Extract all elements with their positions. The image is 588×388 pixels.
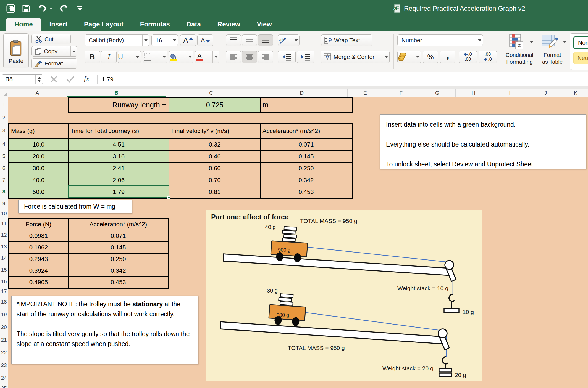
customize-toolbar-icon[interactable]	[74, 3, 86, 14]
cell-a4[interactable]: 10.0	[9, 139, 69, 151]
undo-icon[interactable]	[36, 3, 48, 14]
row-header-18[interactable]: 18	[0, 299, 8, 305]
accounting-format-button[interactable]	[397, 51, 421, 63]
tab-data[interactable]: Data	[178, 18, 209, 31]
accounting-caret[interactable]	[414, 51, 421, 63]
row-header-20[interactable]: 20	[0, 324, 8, 330]
underline-caret[interactable]	[134, 51, 141, 63]
main-header-mass[interactable]: Mass (g)	[9, 124, 69, 139]
row-header-3[interactable]: 3	[0, 127, 8, 134]
comma-style-button[interactable]: ,	[440, 51, 455, 63]
undo-dropdown-caret[interactable]	[48, 3, 54, 14]
cell-a14[interactable]: 0.2943	[9, 254, 69, 265]
name-box[interactable]: B8	[2, 74, 43, 84]
style-neutral[interactable]: Neutral	[573, 52, 588, 64]
align-left-button[interactable]	[226, 51, 241, 63]
percent-style-button[interactable]: %	[423, 51, 438, 63]
row-header-6[interactable]: 6	[0, 165, 8, 171]
shrink-font-button[interactable]: A	[197, 34, 213, 46]
experiment-diagram[interactable]: Part one: effect of force TOTAL MASS = 9…	[206, 210, 482, 381]
row-header-14[interactable]: 14	[0, 255, 8, 261]
cell-d7[interactable]: 0.342	[261, 174, 352, 186]
tab-review[interactable]: Review	[209, 18, 249, 31]
main-header-acceleration[interactable]: Acceleration* (m/s^2)	[261, 124, 352, 139]
row-header-8[interactable]: 8	[0, 189, 8, 195]
cell-c1-runway-value[interactable]: 0.725	[169, 98, 261, 113]
increase-indent-button[interactable]	[297, 51, 314, 63]
row-header-12[interactable]: 12	[0, 232, 8, 238]
orientation-caret[interactable]	[293, 35, 299, 46]
cell-c5[interactable]: 0.46	[169, 151, 261, 163]
conditional-formatting-button[interactable]: ≠ Conditional Formatting	[504, 33, 535, 70]
style-normal[interactable]: Normal	[573, 36, 588, 49]
cell-c8[interactable]: 0.81	[169, 186, 261, 198]
cell-a8[interactable]: 50.0	[9, 186, 69, 198]
column-header-f[interactable]: F	[383, 89, 419, 97]
row-header-4[interactable]: 4	[0, 141, 8, 147]
cell-c4[interactable]: 0.32	[169, 139, 261, 151]
row-header-24[interactable]: 24	[0, 375, 8, 381]
cell-b5[interactable]: 3.16	[69, 151, 169, 163]
cell-b14[interactable]: 0.250	[69, 254, 169, 265]
active-cell-selection[interactable]	[68, 185, 169, 198]
cell-d5[interactable]: 0.145	[261, 151, 352, 163]
copy-button[interactable]: Copy	[32, 46, 77, 57]
decrease-indent-button[interactable]	[278, 51, 296, 63]
decrease-decimal-button[interactable]: .0 .00	[459, 51, 477, 63]
row-header-25[interactable]: 25	[0, 385, 8, 388]
enter-icon[interactable]	[66, 76, 75, 83]
format-painter-button[interactable]: Format	[32, 58, 77, 69]
cut-button[interactable]: Cut	[32, 34, 71, 44]
align-middle-button[interactable]	[242, 34, 257, 46]
row-header-9[interactable]: 9	[0, 201, 8, 207]
font-name-select[interactable]: Calibri (Body)	[85, 34, 149, 46]
column-header-b[interactable]: B	[67, 89, 166, 97]
font-size-caret[interactable]	[171, 35, 178, 46]
cell-c7[interactable]: 0.70	[169, 174, 261, 186]
font-size-select[interactable]: 16	[151, 34, 178, 46]
number-format-select[interactable]: Number	[397, 34, 483, 46]
column-header-g[interactable]: G	[419, 89, 455, 97]
force-header-force[interactable]: Force (N)	[9, 219, 69, 230]
cell-b6[interactable]: 2.41	[69, 163, 169, 174]
tab-page-layout[interactable]: Page Layout	[76, 18, 132, 31]
cell-a5[interactable]: 20.0	[9, 151, 69, 163]
row-header-11[interactable]: 11	[0, 220, 8, 227]
insert-function-icon[interactable]: fx	[84, 75, 89, 83]
cell-d6[interactable]: 0.250	[261, 163, 352, 174]
cell-a6[interactable]: 30.0	[9, 163, 69, 174]
tab-view[interactable]: View	[249, 18, 280, 31]
ribbon-display-icon[interactable]	[5, 3, 17, 14]
cell-b16[interactable]: 0.453	[69, 277, 169, 288]
row-header-15[interactable]: 15	[0, 267, 8, 273]
cell-d4[interactable]: 0.071	[261, 139, 352, 151]
paste-button[interactable]: Paste	[3, 33, 29, 68]
cell-c6[interactable]: 0.60	[169, 163, 261, 174]
row-header-22[interactable]: 22	[0, 350, 8, 356]
font-color-caret[interactable]	[212, 51, 219, 63]
column-header-k[interactable]: K	[563, 89, 588, 97]
cell-b1-runway-label[interactable]: Runway length =	[69, 98, 169, 113]
select-all-corner[interactable]	[0, 89, 8, 97]
wrap-text-button[interactable]: Wrap Text	[321, 34, 372, 46]
force-note-box[interactable]: Force is calculated from W = mg	[18, 200, 132, 213]
row-header-1[interactable]: 1	[0, 102, 8, 108]
main-header-time[interactable]: Time for Total Journey (s)	[69, 124, 169, 139]
cell-a7[interactable]: 40.0	[9, 174, 69, 186]
align-bottom-button[interactable]	[258, 34, 273, 46]
column-header-j[interactable]: J	[528, 89, 563, 97]
tab-insert[interactable]: Insert	[41, 18, 76, 31]
cell-d1-runway-unit[interactable]: m	[261, 98, 352, 113]
cell-a16[interactable]: 0.4905	[9, 277, 69, 288]
row-header-2[interactable]: 2	[0, 115, 8, 121]
cell-a15[interactable]: 0.3924	[9, 265, 69, 277]
cell-b7[interactable]: 2.06	[69, 174, 169, 186]
row-header-17[interactable]: 17	[0, 288, 8, 294]
column-header-c[interactable]: C	[166, 89, 256, 97]
cell-b12[interactable]: 0.071	[69, 230, 169, 242]
copy-dropdown-caret[interactable]	[70, 46, 77, 56]
borders-button[interactable]	[143, 51, 167, 63]
font-name-caret[interactable]	[142, 35, 149, 46]
row-header-16[interactable]: 16	[0, 278, 8, 285]
row-header-21[interactable]: 21	[0, 337, 8, 343]
